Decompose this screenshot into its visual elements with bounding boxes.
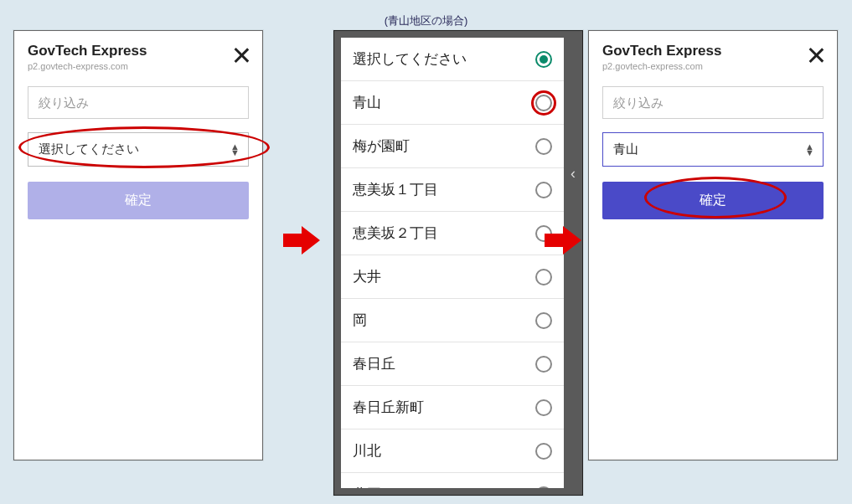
radio-icon[interactable] — [535, 443, 552, 460]
option-row[interactable]: 北岡 — [341, 473, 564, 488]
select-placeholder: 選択してください — [39, 141, 139, 157]
phone-frame: GovTech Express p2.govtech-express.com 選… — [13, 30, 263, 460]
radio-icon[interactable] — [535, 356, 552, 373]
option-label: 恵美坂１丁目 — [353, 180, 438, 199]
panel-step1: GovTech Express p2.govtech-express.com 選… — [13, 30, 263, 474]
option-label: 大井 — [353, 267, 381, 286]
option-label: 春日丘新町 — [353, 398, 424, 417]
option-label: 選択してください — [353, 49, 467, 69]
updown-icon: ▲▼ — [230, 144, 240, 156]
confirm-button[interactable]: 確定 — [602, 182, 824, 219]
close-icon[interactable] — [807, 46, 825, 64]
updown-icon: ▲▼ — [805, 144, 814, 156]
phone-frame: 選択してください青山梅が園町恵美坂１丁目恵美坂２丁目大井岡春日丘春日丘新町川北北… — [333, 30, 583, 496]
modal-header: GovTech Express p2.govtech-express.com — [14, 31, 262, 80]
option-label: 梅が園町 — [353, 136, 410, 156]
radio-icon[interactable] — [535, 486, 552, 489]
option-label: 岡 — [353, 311, 367, 330]
option-row[interactable]: 大井 — [341, 255, 564, 299]
radio-icon[interactable] — [535, 399, 552, 416]
option-row[interactable]: 青山 — [341, 81, 564, 125]
app-domain: p2.govtech-express.com — [28, 61, 249, 71]
district-select[interactable]: 青山 ▲▼ — [602, 132, 824, 167]
chevron-left-icon: ‹ — [567, 165, 579, 190]
option-row[interactable]: 川北 — [341, 429, 564, 473]
options-list: 選択してください青山梅が園町恵美坂１丁目恵美坂２丁目大井岡春日丘春日丘新町川北北… — [341, 38, 564, 488]
radio-icon[interactable] — [535, 269, 552, 285]
option-row[interactable]: 春日丘 — [341, 342, 564, 386]
option-row[interactable]: 恵美坂１丁目 — [341, 168, 564, 212]
svg-marker-1 — [545, 226, 581, 255]
option-label: 川北 — [353, 441, 381, 460]
filter-input[interactable] — [28, 86, 249, 119]
select-value: 青山 — [613, 141, 638, 157]
app-title: GovTech Express — [602, 43, 824, 59]
option-label: 恵美坂２丁目 — [353, 224, 438, 243]
option-label: 青山 — [353, 93, 381, 112]
panel-step3: GovTech Express p2.govtech-express.com 青… — [588, 30, 838, 474]
option-row[interactable]: 恵美坂２丁目 — [341, 212, 564, 255]
radio-icon[interactable] — [535, 138, 552, 155]
confirm-button[interactable]: 確定 — [28, 182, 249, 219]
app-title: GovTech Express — [28, 43, 249, 59]
modal-body: 青山 ▲▼ 確定 — [589, 80, 837, 233]
radio-icon[interactable] — [535, 95, 552, 111]
district-select[interactable]: 選択してください ▲▼ — [28, 132, 249, 167]
option-row[interactable]: 梅が園町 — [341, 125, 564, 168]
option-row[interactable]: 岡 — [341, 299, 564, 342]
highlight-ring-option — [531, 90, 556, 116]
arrow-icon — [283, 226, 320, 255]
radio-icon[interactable] — [535, 312, 552, 329]
svg-marker-0 — [283, 226, 320, 255]
radio-icon[interactable] — [535, 182, 552, 198]
example-caption: (青山地区の場合) — [385, 13, 468, 28]
option-label: 北岡 — [353, 485, 381, 488]
phone-frame: GovTech Express p2.govtech-express.com 青… — [588, 30, 838, 460]
radio-icon[interactable] — [535, 51, 552, 68]
arrow-icon — [545, 226, 581, 255]
option-label: 春日丘 — [353, 354, 395, 373]
option-row[interactable]: 選択してください — [341, 38, 564, 81]
close-icon[interactable] — [232, 46, 250, 64]
modal-header: GovTech Express p2.govtech-express.com — [589, 31, 837, 80]
option-row[interactable]: 春日丘新町 — [341, 386, 564, 429]
app-domain: p2.govtech-express.com — [602, 61, 824, 71]
modal-body: 選択してください ▲▼ 確定 — [14, 80, 262, 233]
filter-input[interactable] — [602, 86, 824, 119]
